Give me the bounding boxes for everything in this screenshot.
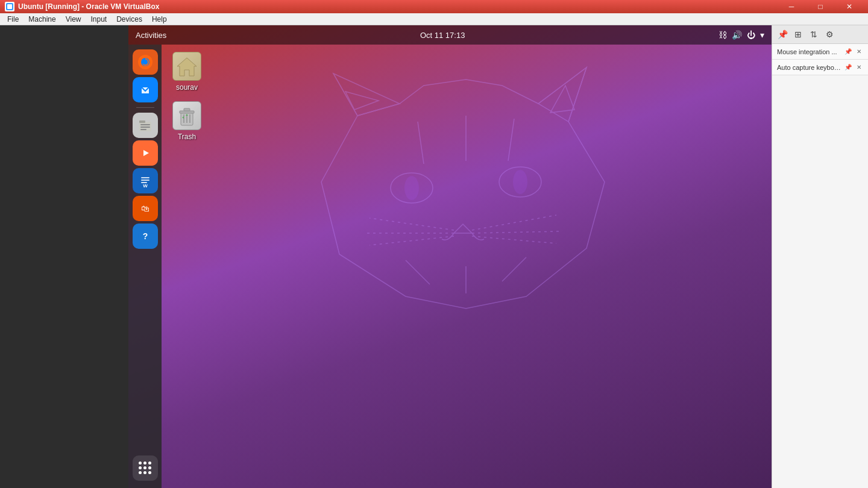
svg-line-16 <box>418 122 424 164</box>
svg-rect-46 <box>184 108 190 111</box>
notification-keyboard: Auto capture keyboard ... 📌 ✕ <box>772 60 868 75</box>
power-icon[interactable]: ⏻ <box>747 30 755 40</box>
svg-text:?: ? <box>142 231 148 241</box>
svg-line-18 <box>508 119 514 161</box>
dock-rhythmbox[interactable] <box>133 140 158 166</box>
desktop-icon-trash[interactable]: Trash <box>166 99 208 143</box>
svg-marker-43 <box>177 58 197 76</box>
clock-display[interactable]: Oct 11 17:13 <box>420 31 465 40</box>
notification-keyboard-close[interactable]: ✕ <box>855 63 863 71</box>
system-menu-icon[interactable]: ▾ <box>760 30 764 40</box>
notification-mouse-text: Mouse integration ... <box>777 48 843 55</box>
notification-keyboard-buttons: 📌 ✕ <box>843 63 863 71</box>
svg-line-21 <box>502 257 526 281</box>
panel-settings-icon[interactable]: ⚙ <box>823 28 836 41</box>
right-panel: 📌 ⊞ ⇅ ⚙ Mouse integration ... 📌 ✕ Auto c… <box>772 25 868 488</box>
titlebar: Ubuntu [Running] - Oracle VM VirtualBox … <box>0 0 868 13</box>
notification-mouse: Mouse integration ... 📌 ✕ <box>772 44 868 60</box>
menu-devices[interactable]: Devices <box>112 13 147 25</box>
apps-grid-icon <box>139 461 152 475</box>
svg-rect-45 <box>180 111 194 113</box>
titlebar-controls: ─ □ ✕ <box>778 0 863 13</box>
svg-line-12 <box>370 236 454 245</box>
svg-line-19 <box>406 260 430 284</box>
cat-background <box>128 25 772 488</box>
notification-mouse-close[interactable]: ✕ <box>855 48 863 55</box>
dock-files[interactable] <box>133 113 158 138</box>
volume-icon[interactable]: 🔊 <box>732 30 742 40</box>
svg-rect-35 <box>141 177 149 178</box>
svg-rect-31 <box>140 129 146 130</box>
show-apps-button[interactable] <box>133 455 158 481</box>
notification-mouse-pin[interactable]: 📌 <box>843 48 854 55</box>
menu-input[interactable]: Input <box>86 13 112 25</box>
virtualbox-icon <box>5 2 14 11</box>
svg-line-15 <box>472 236 556 243</box>
network-icon[interactable]: ⛓ <box>719 30 727 40</box>
dock-help[interactable]: ? <box>133 224 158 249</box>
menu-help[interactable]: Help <box>147 13 172 25</box>
titlebar-left: Ubuntu [Running] - Oracle VM VirtualBox <box>5 2 159 11</box>
vm-left-bar <box>0 25 128 488</box>
svg-marker-9 <box>454 224 472 233</box>
home-icon-image <box>172 52 201 81</box>
svg-rect-1 <box>7 4 12 9</box>
trash-icon-label: Trash <box>178 133 196 141</box>
notification-keyboard-text: Auto capture keyboard ... <box>777 64 843 71</box>
svg-text:W: W <box>143 183 148 189</box>
home-icon-label: sourav <box>176 83 198 92</box>
notification-keyboard-pin[interactable]: 📌 <box>843 63 854 71</box>
desktop-icon-home[interactable]: sourav <box>166 49 208 94</box>
dock-separator <box>136 107 154 108</box>
menu-machine[interactable]: Machine <box>24 13 60 25</box>
minimize-button[interactable]: ─ <box>778 0 805 13</box>
rp-icons: 📌 ⊞ ⇅ ⚙ <box>776 28 836 41</box>
desktop-icons: sourav Trash <box>166 49 208 148</box>
svg-rect-36 <box>141 180 149 181</box>
ubuntu-topbar: Activities Oct 11 17:13 ⛓ 🔊 ⏻ ▾ <box>128 25 772 45</box>
svg-line-13 <box>472 215 556 230</box>
svg-rect-30 <box>140 127 150 128</box>
dock-writer[interactable]: W <box>133 168 158 193</box>
svg-marker-22 <box>345 92 379 110</box>
svg-text:🛍: 🛍 <box>141 204 149 213</box>
maximize-button[interactable]: □ <box>807 0 834 13</box>
ubuntu-desktop: Activities Oct 11 17:13 ⛓ 🔊 ⏻ ▾ <box>128 25 772 488</box>
ubuntu-dock: W 🛍 ? <box>128 45 162 488</box>
panel-grid-icon[interactable]: ⊞ <box>791 28 805 41</box>
vm-window: Activities Oct 11 17:13 ⛓ 🔊 ⏻ ▾ <box>0 25 772 488</box>
menu-file[interactable]: File <box>2 13 24 25</box>
menu-view[interactable]: View <box>61 13 86 25</box>
svg-point-7 <box>404 176 419 200</box>
svg-marker-3 <box>538 67 587 122</box>
dock-thunderbird[interactable] <box>133 77 158 102</box>
svg-point-8 <box>513 170 527 194</box>
right-panel-header: 📌 ⊞ ⇅ ⚙ <box>772 25 868 44</box>
trash-icon-image <box>172 101 201 130</box>
svg-rect-28 <box>139 120 145 123</box>
topbar-right: ⛓ 🔊 ⏻ ▾ <box>719 30 764 40</box>
svg-marker-2 <box>333 74 400 116</box>
svg-marker-23 <box>550 86 574 113</box>
window-title: Ubuntu [Running] - Oracle VM VirtualBox <box>18 2 159 11</box>
panel-pin-icon[interactable]: 📌 <box>776 28 789 41</box>
notification-mouse-buttons: 📌 ✕ <box>843 48 863 55</box>
menubar: File Machine View Input Devices Help <box>0 13 868 25</box>
dock-appstore[interactable]: 🛍 <box>133 196 158 221</box>
svg-line-10 <box>370 218 454 230</box>
dock-firefox[interactable] <box>133 49 158 75</box>
activities-button[interactable]: Activities <box>136 31 166 40</box>
svg-rect-29 <box>140 124 150 125</box>
svg-marker-4 <box>321 67 605 308</box>
svg-line-14 <box>472 231 559 233</box>
close-button[interactable]: ✕ <box>835 0 863 13</box>
panel-share-icon[interactable]: ⇅ <box>807 28 820 41</box>
